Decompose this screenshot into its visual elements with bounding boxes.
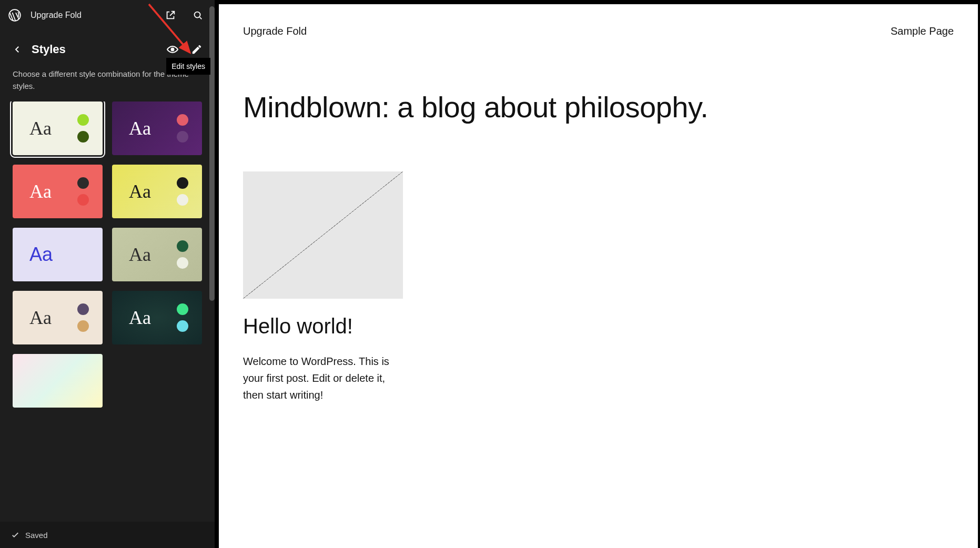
style-variation-card[interactable] — [13, 354, 103, 408]
view-site-button[interactable] — [161, 6, 180, 25]
editor-sidebar: Upgrade Fold Styles Edit styles Choose a… — [0, 0, 215, 548]
style-variation-card[interactable]: Aa — [112, 102, 202, 155]
style-variation-card[interactable]: Aa — [13, 102, 103, 155]
featured-image-placeholder[interactable] — [243, 171, 403, 299]
color-dots — [177, 114, 188, 143]
style-aa-label: Aa — [29, 117, 52, 139]
style-variation-card[interactable]: Aa — [13, 228, 103, 281]
color-dot — [177, 320, 188, 332]
color-dot — [177, 194, 188, 206]
color-dot — [177, 303, 188, 315]
preview-frame[interactable]: Upgrade Fold Sample Page Mindblown: a bl… — [219, 4, 980, 548]
site-name[interactable]: Upgrade Fold — [31, 11, 153, 20]
command-palette-button[interactable] — [188, 6, 207, 25]
color-dot — [77, 303, 89, 315]
style-variation-card[interactable]: Aa — [112, 228, 202, 281]
color-dot — [77, 177, 89, 189]
edit-styles-tooltip: Edit styles — [166, 58, 210, 75]
color-dots — [177, 177, 188, 206]
style-aa-label: Aa — [29, 243, 53, 266]
back-button[interactable] — [8, 40, 26, 58]
styles-grid: AaAaAaAaAaAaAaAa — [0, 102, 215, 408]
color-dot — [77, 320, 89, 332]
color-dots — [77, 177, 89, 206]
preview-pane: Upgrade Fold Sample Page Mindblown: a bl… — [215, 0, 980, 548]
color-dot — [177, 257, 188, 269]
style-variation-card[interactable]: Aa — [112, 165, 202, 218]
sidebar-footer: Saved — [0, 522, 215, 548]
save-status: Saved — [25, 531, 48, 540]
color-dots — [177, 240, 188, 269]
svg-point-2 — [195, 12, 200, 18]
svg-point-3 — [171, 48, 174, 51]
style-variation-card[interactable]: Aa — [112, 291, 202, 344]
preview-hero-heading: Mindblown: a blog about philosophy. — [243, 90, 954, 124]
style-aa-label: Aa — [29, 180, 52, 202]
wordpress-logo-icon[interactable] — [7, 8, 22, 23]
color-dot — [77, 114, 89, 126]
style-aa-label: Aa — [29, 307, 52, 329]
edit-styles-button[interactable] — [187, 40, 206, 59]
color-dot — [77, 194, 89, 206]
color-dot — [177, 240, 188, 252]
color-dot — [177, 177, 188, 189]
style-aa-label: Aa — [129, 243, 151, 266]
panel-header: Styles Edit styles — [0, 31, 215, 68]
color-dots — [177, 303, 188, 332]
post-excerpt: Welcome to WordPress. This is your first… — [243, 353, 396, 403]
check-icon — [11, 530, 20, 540]
color-dot — [177, 131, 188, 143]
preview-nav: Upgrade Fold Sample Page — [243, 25, 954, 37]
color-dot — [177, 114, 188, 126]
sidebar-topbar: Upgrade Fold — [0, 0, 215, 31]
color-dot — [77, 131, 89, 143]
preview-nav-link[interactable]: Sample Page — [891, 25, 954, 37]
panel-title: Styles — [32, 43, 158, 56]
sidebar-scrollbar[interactable] — [209, 6, 215, 301]
style-variation-card[interactable]: Aa — [13, 165, 103, 218]
stylebook-button[interactable] — [163, 40, 182, 59]
preview-site-title[interactable]: Upgrade Fold — [243, 25, 307, 37]
style-aa-label: Aa — [129, 117, 151, 139]
post-title[interactable]: Hello world! — [243, 314, 954, 338]
style-variation-card[interactable]: Aa — [13, 291, 103, 344]
color-dots — [77, 303, 89, 332]
style-aa-label: Aa — [129, 307, 151, 329]
style-aa-label: Aa — [129, 180, 151, 202]
color-dots — [77, 114, 89, 143]
